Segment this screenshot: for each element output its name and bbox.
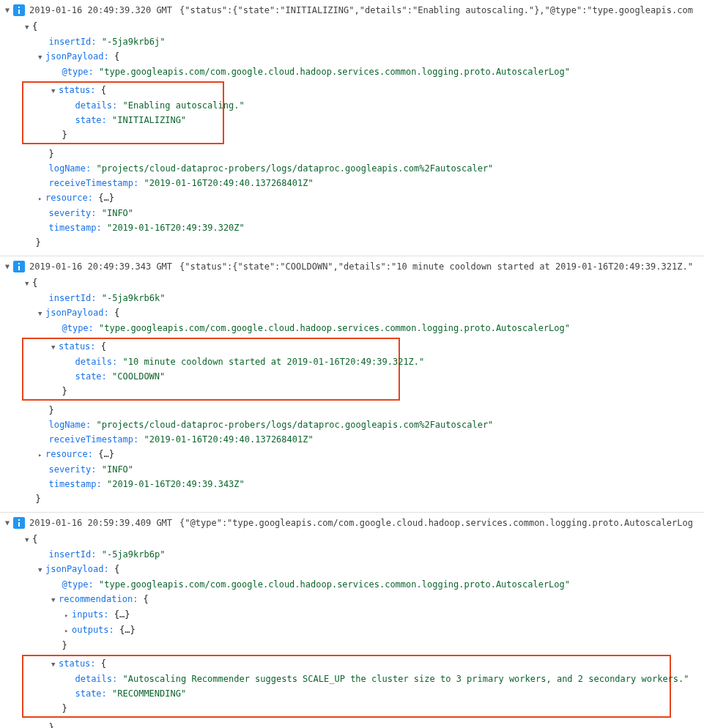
field-details[interactable]: details: "Autoscaling Recommender sugges…	[25, 672, 668, 686]
json-tree: ▼{ insertId: "-5ja9krb6j"▼jsonPayload: {…	[3, 18, 704, 253]
json-tree: ▼{ insertId: "-5ja9krb6k"▼jsonPayload: {…	[3, 274, 704, 509]
field-outputs[interactable]: ▸outputs: {…}	[25, 623, 704, 638]
caret-down-icon[interactable]: ▼	[51, 593, 59, 607]
caret-down-icon[interactable]: ▼	[25, 20, 32, 34]
field-status[interactable]: ▼status: {	[25, 339, 397, 354]
close-brace: }	[25, 491, 704, 506]
field-logName[interactable]: logName: "projects/cloud-dataproc-prober…	[25, 417, 704, 432]
close-brace: }	[25, 384, 397, 398]
field-timestamp[interactable]: timestamp: "2019-01-16T20:49:39.343Z"	[25, 477, 704, 491]
log-entry: ▼ 2019-01-16 20:49:39.343 GMT {"status":…	[0, 256, 704, 512]
json-open-brace: ▼{	[25, 275, 704, 291]
field-resource[interactable]: ▸resource: {…}	[25, 190, 704, 206]
log-summary: {"@type":"type.googleapis.com/com.google…	[179, 516, 693, 530]
caret-down-icon[interactable]: ▼	[3, 516, 12, 530]
caret-down-icon[interactable]: ▼	[38, 306, 45, 321]
log-timestamp: 2019-01-16 20:49:39.343 GMT	[29, 259, 172, 274]
field-atType[interactable]: @type: "type.googleapis.com/com.google.c…	[25, 321, 704, 335]
field-status[interactable]: ▼status: {	[25, 656, 668, 672]
caret-down-icon[interactable]: ▼	[38, 562, 45, 577]
caret-right-icon[interactable]: ▸	[38, 191, 45, 206]
field-state[interactable]: state: "RECOMMENDING"	[25, 686, 668, 701]
field-receiveTimestamp[interactable]: receiveTimestamp: "2019-01-16T20:49:40.1…	[25, 432, 704, 447]
field-severity[interactable]: severity: "INFO"	[25, 462, 704, 477]
field-atType[interactable]: @type: "type.googleapis.com/com.google.c…	[25, 577, 704, 592]
field-receiveTimestamp[interactable]: receiveTimestamp: "2019-01-16T20:49:40.1…	[25, 176, 704, 190]
log-entry: ▼ 2019-01-16 20:49:39.320 GMT {"status":…	[0, 0, 704, 256]
field-severity[interactable]: severity: "INFO"	[25, 206, 704, 220]
caret-down-icon[interactable]: ▼	[38, 50, 45, 64]
log-summary: {"status":{"state":"COOLDOWN","details":…	[179, 259, 693, 274]
caret-down-icon[interactable]: ▼	[25, 532, 32, 547]
caret-down-icon[interactable]: ▼	[51, 83, 59, 98]
close-brace: }	[25, 701, 668, 716]
field-inputs[interactable]: ▸inputs: {…}	[25, 607, 704, 623]
field-jsonPayload[interactable]: ▼jsonPayload: {	[25, 562, 704, 577]
field-logName[interactable]: logName: "projects/cloud-dataproc-prober…	[25, 161, 704, 176]
caret-down-icon[interactable]: ▼	[3, 259, 12, 274]
json-open-brace: ▼{	[25, 532, 704, 547]
close-brace: }	[25, 146, 704, 161]
field-insertId[interactable]: insertId: "-5ja9krb6k"	[25, 291, 704, 305]
field-details[interactable]: details: "10 minute cooldown started at …	[25, 354, 397, 369]
highlight-box: ▼status: { details: "Autoscaling Recomme…	[22, 655, 671, 718]
highlight-box: ▼status: { details: "10 minute cooldown …	[22, 338, 400, 401]
close-brace: }	[25, 720, 704, 728]
field-jsonPayload[interactable]: ▼jsonPayload: {	[25, 49, 704, 64]
info-severity-icon	[13, 4, 25, 16]
field-details[interactable]: details: "Enabling autoscaling."	[25, 98, 221, 113]
field-insertId[interactable]: insertId: "-5ja9krb6p"	[25, 547, 704, 562]
log-header[interactable]: ▼ 2019-01-16 20:49:39.343 GMT {"status":…	[3, 259, 704, 274]
caret-down-icon[interactable]: ▼	[25, 276, 32, 291]
log-summary: {"status":{"state":"INITIALIZING","detai…	[179, 3, 693, 18]
log-timestamp: 2019-01-16 20:59:39.409 GMT	[29, 516, 172, 530]
caret-right-icon[interactable]: ▸	[64, 608, 72, 623]
field-state[interactable]: state: "INITIALIZING"	[25, 113, 221, 127]
close-brace: }	[25, 127, 221, 142]
field-atType[interactable]: @type: "type.googleapis.com/com.google.c…	[25, 64, 704, 79]
field-resource[interactable]: ▸resource: {…}	[25, 447, 704, 462]
log-header[interactable]: ▼ 2019-01-16 20:59:39.409 GMT {"@type":"…	[3, 516, 704, 530]
caret-right-icon[interactable]: ▸	[38, 447, 45, 462]
json-open-brace: ▼{	[25, 19, 704, 34]
log-header[interactable]: ▼ 2019-01-16 20:49:39.320 GMT {"status":…	[3, 3, 704, 18]
info-severity-icon	[13, 261, 25, 272]
field-status[interactable]: ▼status: {	[25, 83, 221, 98]
close-brace: }	[25, 403, 704, 417]
info-severity-icon	[13, 517, 25, 529]
caret-down-icon[interactable]: ▼	[3, 3, 12, 18]
log-timestamp: 2019-01-16 20:49:39.320 GMT	[29, 3, 172, 18]
field-jsonPayload[interactable]: ▼jsonPayload: {	[25, 305, 704, 321]
field-state[interactable]: state: "COOLDOWN"	[25, 369, 397, 384]
caret-down-icon[interactable]: ▼	[51, 657, 59, 672]
close-brace: }	[25, 235, 704, 250]
json-tree: ▼{ insertId: "-5ja9krb6p"▼jsonPayload: {…	[3, 530, 704, 728]
close-brace: }	[25, 638, 704, 653]
log-entry: ▼ 2019-01-16 20:59:39.409 GMT {"@type":"…	[0, 512, 704, 728]
highlight-box: ▼status: { details: "Enabling autoscalin…	[22, 81, 224, 144]
caret-down-icon[interactable]: ▼	[51, 340, 59, 354]
caret-right-icon[interactable]: ▸	[64, 623, 72, 638]
field-recommendation[interactable]: ▼recommendation: {	[25, 592, 704, 607]
field-insertId[interactable]: insertId: "-5ja9krb6j"	[25, 34, 704, 49]
field-timestamp[interactable]: timestamp: "2019-01-16T20:49:39.320Z"	[25, 220, 704, 235]
